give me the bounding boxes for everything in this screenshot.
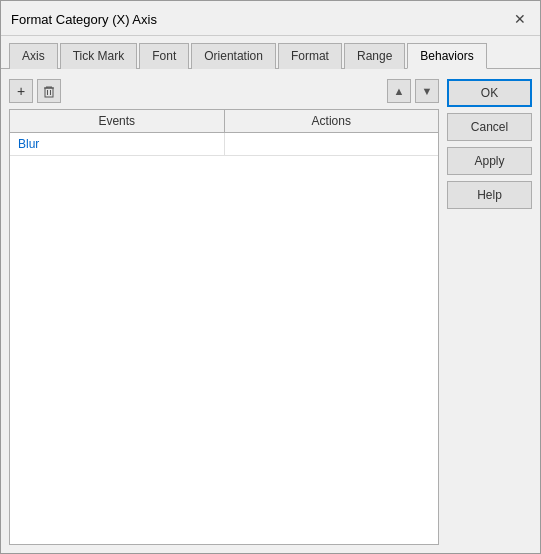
side-buttons: OK Cancel Apply Help	[447, 77, 532, 545]
help-button[interactable]: Help	[447, 181, 532, 209]
tab-tick-mark[interactable]: Tick Mark	[60, 43, 138, 69]
delete-button[interactable]	[37, 79, 61, 103]
trash-icon	[42, 84, 56, 98]
table-row[interactable]: Blur	[10, 133, 438, 156]
table-header: Events Actions	[10, 110, 438, 133]
tab-axis[interactable]: Axis	[9, 43, 58, 69]
down-button[interactable]: ▼	[415, 79, 439, 103]
actions-column-header: Actions	[225, 110, 439, 132]
cancel-button[interactable]: Cancel	[447, 113, 532, 141]
dialog-title: Format Category (X) Axis	[11, 12, 157, 27]
content-area: + ▲ ▼	[1, 69, 540, 553]
ok-button[interactable]: OK	[447, 79, 532, 107]
event-cell[interactable]: Blur	[10, 133, 225, 155]
tab-behaviors[interactable]: Behaviors	[407, 43, 486, 69]
events-table: Events Actions Blur	[9, 109, 439, 545]
tab-bar: Axis Tick Mark Font Orientation Format R…	[1, 36, 540, 69]
up-button[interactable]: ▲	[387, 79, 411, 103]
tab-range[interactable]: Range	[344, 43, 405, 69]
toolbar: + ▲ ▼	[9, 77, 439, 105]
action-cell	[225, 133, 439, 155]
format-category-dialog: Format Category (X) Axis ✕ Axis Tick Mar…	[0, 0, 541, 554]
add-button[interactable]: +	[9, 79, 33, 103]
tab-orientation[interactable]: Orientation	[191, 43, 276, 69]
apply-button[interactable]: Apply	[447, 147, 532, 175]
tab-font[interactable]: Font	[139, 43, 189, 69]
main-panel: + ▲ ▼	[9, 77, 439, 545]
tab-format[interactable]: Format	[278, 43, 342, 69]
close-button[interactable]: ✕	[510, 9, 530, 29]
svg-rect-0	[45, 88, 53, 97]
title-bar: Format Category (X) Axis ✕	[1, 1, 540, 36]
events-column-header: Events	[10, 110, 225, 132]
